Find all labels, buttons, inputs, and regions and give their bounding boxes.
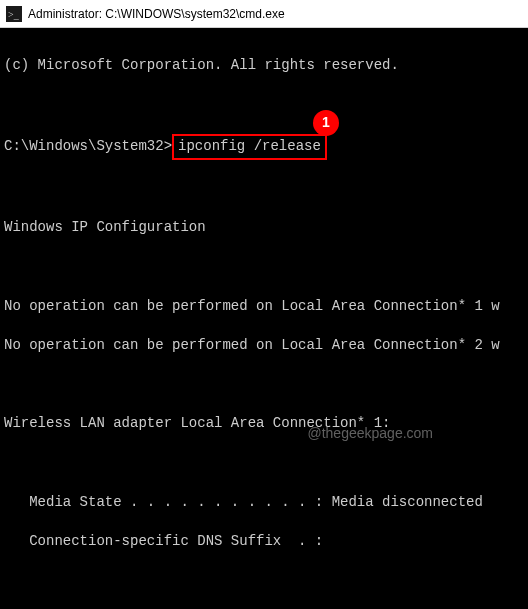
blank-line — [4, 95, 524, 115]
noop-line-2: No operation can be performed on Local A… — [4, 336, 524, 356]
blank-line — [4, 375, 524, 395]
svg-text:>_: >_ — [8, 9, 20, 20]
blank-line — [4, 571, 524, 591]
prompt-line-1: C:\Windows\System32>ipconfig /release1 — [4, 134, 524, 160]
annotation-badge-1: 1 — [313, 110, 339, 136]
copyright-line: (c) Microsoft Corporation. All rights re… — [4, 56, 524, 76]
command-text-1: ipconfig /release — [178, 138, 321, 154]
ipconfig-header: Windows IP Configuration — [4, 218, 524, 238]
wlan1-dns: Connection-specific DNS Suffix . : — [4, 532, 524, 552]
wlan1-header: Wireless LAN adapter Local Area Connecti… — [4, 414, 524, 434]
noop-line-1: No operation can be performed on Local A… — [4, 297, 524, 317]
window-titlebar[interactable]: >_ Administrator: C:\WINDOWS\system32\cm… — [0, 0, 528, 28]
wlan1-media: Media State . . . . . . . . . . . : Medi… — [4, 493, 524, 513]
window-title: Administrator: C:\WINDOWS\system32\cmd.e… — [28, 7, 285, 21]
blank-line — [4, 258, 524, 278]
terminal-output[interactable]: (c) Microsoft Corporation. All rights re… — [0, 28, 528, 609]
prompt-path: C:\Windows\System32> — [4, 138, 172, 154]
command-highlight-1: ipconfig /release1 — [172, 134, 327, 160]
blank-line — [4, 179, 524, 199]
cmd-icon: >_ — [6, 6, 22, 22]
blank-line — [4, 453, 524, 473]
watermark: @thegeekpage.com — [307, 425, 433, 441]
